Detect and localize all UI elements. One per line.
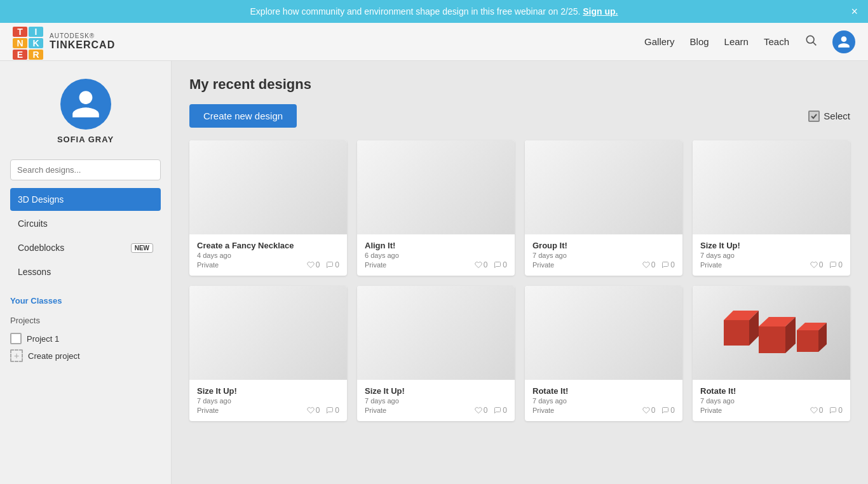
banner-signup-link[interactable]: Sign up.: [583, 6, 618, 17]
design-card-1[interactable]: Create a Fancy Necklace 4 days ago Priva…: [189, 140, 347, 276]
banner-close-button[interactable]: ×: [851, 5, 858, 18]
design-actions: 0 0: [810, 406, 843, 415]
design-likes: 0: [475, 260, 488, 269]
design-privacy: Private: [532, 261, 554, 269]
logo-text: AUTODESK® TINKERCAD: [50, 32, 115, 51]
user-avatar-button[interactable]: [832, 30, 855, 53]
design-card-4[interactable]: Size It Up! 7 days ago Private 0: [693, 140, 850, 276]
banner-text: Explore how community and environment sh…: [250, 6, 581, 17]
logo-cell-r: R: [29, 50, 43, 60]
design-thumbnail: [189, 140, 347, 234]
design-footer: Private 0 0: [197, 260, 339, 269]
project-1-checkbox[interactable]: [10, 333, 22, 344]
svg-point-0: [806, 36, 814, 43]
page-title: My recent designs: [189, 76, 850, 93]
design-name: Size It Up!: [197, 386, 339, 396]
design-footer: Private 0 0: [532, 260, 675, 269]
design-thumbnail: [693, 286, 850, 380]
design-actions: 0 0: [642, 406, 675, 415]
design-comments: 0: [829, 260, 843, 269]
sidebar-item-circuits[interactable]: Circuits: [10, 212, 161, 235]
design-actions: 0 0: [307, 260, 339, 269]
design-privacy: Private: [700, 407, 722, 414]
announcement-banner: Explore how community and environment sh…: [0, 0, 868, 23]
design-actions: 0 0: [307, 406, 339, 415]
design-info: Create a Fancy Necklace 4 days ago Priva…: [189, 234, 347, 276]
design-comments: 0: [661, 260, 675, 269]
main-content: My recent designs Create new design Sele…: [172, 61, 868, 484]
design-age: 7 days ago: [532, 252, 675, 259]
nav-gallery[interactable]: Gallery: [644, 36, 675, 47]
design-card-2[interactable]: Align It! 6 days ago Private 0: [357, 140, 515, 276]
design-thumbnail-3d: [693, 286, 850, 380]
sidebar-user-section: SOFIA GRAY: [10, 74, 161, 152]
design-footer: Private 0 0: [532, 406, 675, 415]
logo-link[interactable]: T I N K E R C A D AUTODESK® TINKERCAD: [13, 27, 115, 57]
nav-teach[interactable]: Teach: [764, 36, 789, 47]
design-age: 4 days ago: [197, 252, 339, 259]
design-thumbnail: [357, 286, 515, 380]
design-comments: 0: [661, 406, 675, 415]
project-item-1[interactable]: Project 1: [10, 330, 161, 347]
design-footer: Private 0 0: [365, 260, 507, 269]
sidebar-item-codeblocks-label: Codeblocks: [18, 243, 64, 253]
sidebar: SOFIA GRAY 3D Designs Circuits Codeblock…: [0, 61, 172, 484]
design-age: 7 days ago: [700, 397, 843, 405]
logo-tinkercad: TINKERCAD: [50, 39, 115, 51]
design-card-6[interactable]: Size It Up! 7 days ago Private 0: [357, 286, 515, 421]
design-thumbnail: [525, 286, 682, 380]
design-actions: 0 0: [475, 406, 507, 415]
sidebar-item-3d-designs-label: 3D Designs: [18, 194, 64, 205]
designs-grid: Create a Fancy Necklace 4 days ago Priva…: [189, 140, 850, 421]
design-actions: 0 0: [475, 260, 507, 269]
design-name: Rotate It!: [532, 386, 675, 396]
design-card-7[interactable]: Rotate It! 7 days ago Private 0: [525, 286, 682, 421]
search-designs-input[interactable]: [10, 159, 161, 180]
svg-line-1: [813, 43, 817, 46]
content-toolbar: Create new design Select: [189, 104, 850, 128]
create-project-label: Create project: [28, 351, 80, 361]
sidebar-item-3d-designs[interactable]: 3D Designs: [10, 188, 161, 211]
sidebar-item-lessons-label: Lessons: [18, 267, 51, 277]
select-checkbox-icon: [808, 111, 820, 122]
design-card-8[interactable]: Rotate It! 7 days ago Private 0: [693, 286, 850, 421]
projects-section: Projects Project 1 + Create project: [10, 316, 161, 365]
project-1-label: Project 1: [27, 334, 59, 344]
design-info: Align It! 6 days ago Private 0: [357, 234, 515, 276]
design-name: Size It Up!: [365, 386, 507, 396]
create-project-button[interactable]: + Create project: [10, 347, 161, 365]
select-button[interactable]: Select: [808, 111, 850, 122]
design-name: Rotate It!: [700, 386, 843, 396]
design-card-5[interactable]: Size It Up! 7 days ago Private 0: [189, 286, 347, 421]
design-privacy: Private: [365, 261, 386, 269]
design-name: Align It!: [365, 241, 507, 250]
design-likes: 0: [642, 406, 656, 415]
search-icon-button[interactable]: [804, 34, 817, 50]
logo-cell-n: N: [13, 38, 27, 48]
design-card-3[interactable]: Group It! 7 days ago Private 0: [525, 140, 682, 276]
nav-learn[interactable]: Learn: [724, 36, 749, 47]
nav-blog[interactable]: Blog: [690, 36, 709, 47]
codeblocks-new-badge: NEW: [131, 243, 153, 253]
svg-marker-2: [724, 320, 749, 346]
sidebar-item-lessons[interactable]: Lessons: [10, 260, 161, 283]
design-age: 6 days ago: [365, 252, 507, 259]
design-age: 7 days ago: [197, 397, 339, 405]
design-thumbnail: [693, 140, 850, 234]
design-comments: 0: [326, 260, 339, 269]
create-project-icon: +: [10, 349, 23, 362]
design-actions: 0 0: [810, 260, 843, 269]
design-footer: Private 0 0: [365, 406, 507, 415]
design-footer: Private 0 0: [700, 406, 843, 415]
sidebar-navigation: 3D Designs Circuits Codeblocks NEW Lesso…: [10, 188, 161, 283]
design-privacy: Private: [365, 407, 386, 414]
sidebar-username: SOFIA GRAY: [57, 135, 114, 144]
design-name: Group It!: [532, 241, 675, 250]
create-new-design-button[interactable]: Create new design: [189, 104, 297, 128]
sidebar-item-codeblocks[interactable]: Codeblocks NEW: [10, 236, 161, 259]
svg-marker-5: [759, 326, 785, 353]
design-thumbnail: [357, 140, 515, 234]
design-age: 7 days ago: [365, 397, 507, 405]
design-info: Group It! 7 days ago Private 0: [525, 234, 682, 276]
logo-cell-t: T: [13, 27, 27, 37]
